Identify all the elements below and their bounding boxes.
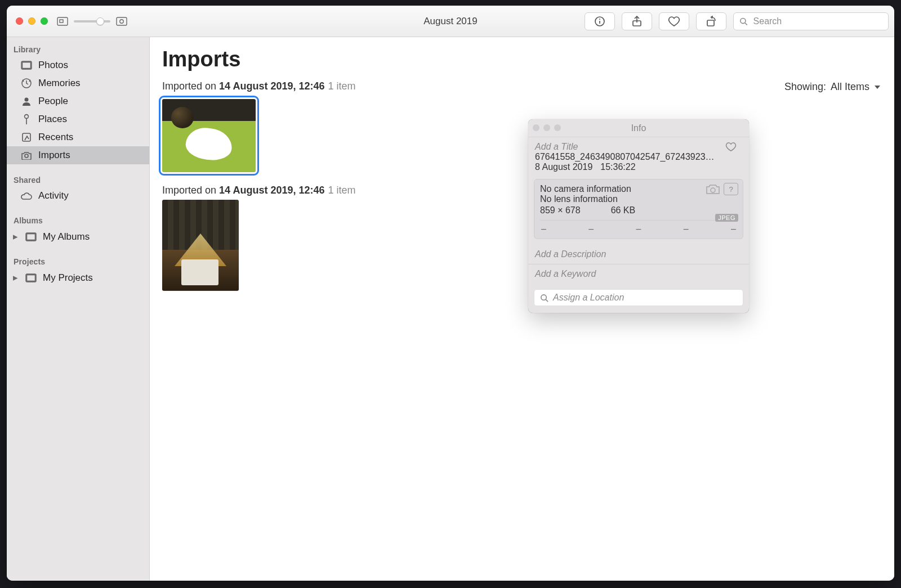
memories-icon xyxy=(20,78,33,89)
sidebar-item-activity[interactable]: Activity xyxy=(7,187,149,205)
photo-thumbnail-selected[interactable] xyxy=(162,99,256,172)
imports-icon xyxy=(20,151,33,160)
assign-location-field[interactable]: Assign a Location xyxy=(534,289,743,306)
svg-point-6 xyxy=(599,19,600,20)
info-filename: 67641558_2463490807042547_67243923… xyxy=(535,152,715,162)
sidebar-item-label: Recents xyxy=(38,132,73,143)
disclosure-triangle-icon[interactable]: ▸ xyxy=(11,272,19,284)
svg-point-18 xyxy=(25,154,28,158)
svg-point-14 xyxy=(25,98,29,102)
sidebar-item-label: People xyxy=(38,96,68,107)
sidebar-item-my-projects[interactable]: ▸ My Projects xyxy=(7,268,149,287)
svg-line-25 xyxy=(546,299,548,302)
add-keyword-field[interactable]: Add a Keyword xyxy=(535,269,596,279)
import-group-count: 1 item xyxy=(328,80,356,92)
titlebar: August 2019 xyxy=(7,6,894,37)
favorite-button[interactable] xyxy=(659,12,689,30)
sidebar-section-projects: Projects xyxy=(7,254,149,268)
showing-filter[interactable]: Showing: All Items xyxy=(784,81,881,93)
exif-dash: – xyxy=(541,224,546,234)
sidebar-section-shared: Shared xyxy=(7,172,149,187)
svg-point-9 xyxy=(741,18,746,23)
import-group-header: Imported on 14 August 2019, 12:461 item xyxy=(162,185,884,196)
unknown-format-icon: ? xyxy=(724,183,738,195)
showing-value: All Items xyxy=(831,81,869,93)
sidebar-item-photos[interactable]: Photos xyxy=(7,56,149,74)
photo-thumbnail[interactable] xyxy=(162,200,239,291)
svg-rect-0 xyxy=(57,17,68,25)
info-close-button[interactable] xyxy=(533,124,539,131)
showing-label: Showing: xyxy=(784,81,826,93)
import-group-prefix: Imported on xyxy=(162,80,219,92)
fullscreen-window-button[interactable] xyxy=(41,17,48,25)
thumbnail-row xyxy=(162,200,884,291)
zoom-in-icon[interactable] xyxy=(116,17,127,26)
search-input[interactable] xyxy=(752,16,882,27)
svg-point-3 xyxy=(120,19,123,23)
info-description-block[interactable]: Add a Description xyxy=(528,245,749,264)
body: Library Photos Memories People xyxy=(7,37,894,581)
sidebar-item-label: My Projects xyxy=(43,272,93,284)
content: Imports Imported on 14 August 2019, 12:4… xyxy=(150,37,894,581)
svg-point-23 xyxy=(711,188,715,192)
page-title: Imports xyxy=(162,47,884,71)
sidebar-item-label: Activity xyxy=(38,190,69,201)
exif-dash: – xyxy=(636,224,641,234)
info-button[interactable] xyxy=(585,12,615,30)
info-header-block: Add a Title 67641558_2463490807042547_67… xyxy=(528,137,749,177)
search-icon xyxy=(739,17,748,26)
places-icon xyxy=(20,114,33,125)
svg-rect-12 xyxy=(23,62,31,69)
info-titlebar: Info xyxy=(528,119,749,137)
share-button[interactable] xyxy=(622,12,652,30)
sidebar-item-label: Photos xyxy=(38,60,68,71)
rotate-button[interactable] xyxy=(696,12,726,30)
sidebar-item-people[interactable]: People xyxy=(7,92,149,110)
info-zoom-button[interactable] xyxy=(554,124,561,131)
thumbnail-zoom-slider[interactable] xyxy=(74,20,110,23)
svg-rect-20 xyxy=(27,234,35,240)
svg-point-24 xyxy=(541,294,546,299)
search-icon xyxy=(540,294,548,302)
info-metadata-card: ? No camera information No lens informat… xyxy=(534,179,743,239)
add-description-field[interactable]: Add a Description xyxy=(535,249,606,259)
cloud-icon xyxy=(20,191,33,200)
photos-window: August 2019 xyxy=(7,6,894,581)
sidebar-item-label: Imports xyxy=(38,150,70,161)
zoom-out-icon[interactable] xyxy=(57,17,68,26)
window-controls xyxy=(16,17,48,25)
sidebar-item-places[interactable]: Places xyxy=(7,110,149,128)
svg-rect-2 xyxy=(117,17,127,25)
favorite-heart-icon[interactable] xyxy=(725,142,737,152)
recents-icon xyxy=(20,132,33,142)
sidebar: Library Photos Memories People xyxy=(7,37,150,581)
import-group-header: Imported on 14 August 2019, 12:461 item xyxy=(162,80,356,92)
disclosure-triangle-icon[interactable]: ▸ xyxy=(11,231,19,243)
exif-dash: – xyxy=(684,224,689,234)
info-keyword-block[interactable]: Add a Keyword xyxy=(528,264,749,284)
exif-dash: – xyxy=(588,224,594,234)
sidebar-item-label: Places xyxy=(38,114,67,125)
sidebar-item-memories[interactable]: Memories xyxy=(7,74,149,92)
sidebar-item-imports[interactable]: Imports xyxy=(7,146,149,164)
info-dimensions: 859 × 678 xyxy=(540,205,581,216)
slider-knob[interactable] xyxy=(96,17,104,25)
minimize-window-button[interactable] xyxy=(28,17,35,25)
close-window-button[interactable] xyxy=(16,17,23,25)
sidebar-item-recents[interactable]: Recents xyxy=(7,128,149,146)
info-minimize-button[interactable] xyxy=(543,124,550,131)
sidebar-item-my-albums[interactable]: ▸ My Albums xyxy=(7,227,149,246)
info-title-label: Info xyxy=(631,123,646,133)
exif-dash-row: – – – – – xyxy=(540,220,737,235)
assign-location-placeholder: Assign a Location xyxy=(553,293,624,303)
sidebar-item-label: Memories xyxy=(38,78,81,89)
toolbar-right xyxy=(585,12,889,30)
info-lens: No lens information xyxy=(540,194,737,204)
sidebar-section-library: Library xyxy=(7,42,149,56)
search-field[interactable] xyxy=(733,12,889,30)
add-title-field[interactable]: Add a Title xyxy=(535,142,578,152)
import-group-date: 14 August 2019, 12:46 xyxy=(219,80,324,92)
people-icon xyxy=(20,96,33,106)
svg-rect-1 xyxy=(60,20,63,23)
exif-dash: – xyxy=(731,224,736,234)
